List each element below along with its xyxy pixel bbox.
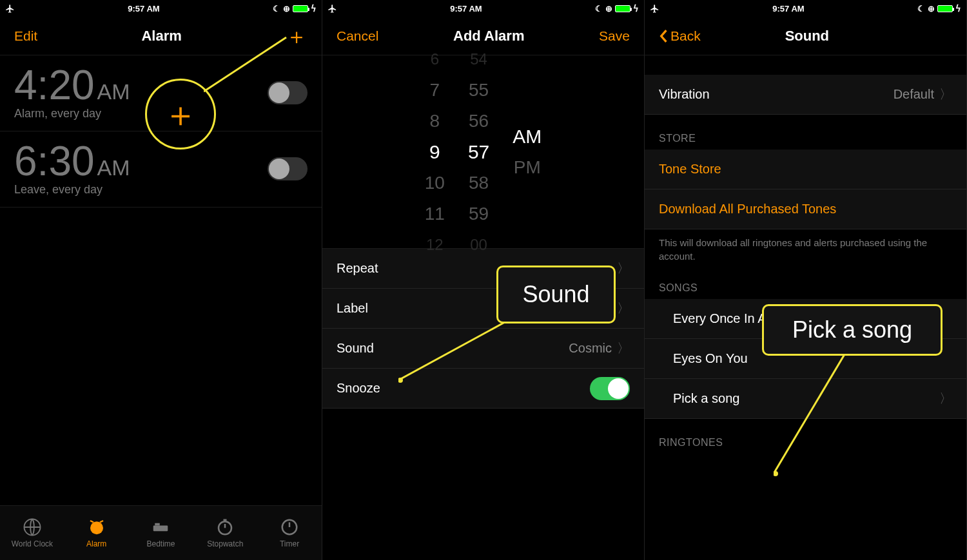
- row-label: Vibration: [659, 87, 710, 102]
- ringtones-header: RINGTONES: [645, 419, 966, 454]
- status-bar: 9:57 AM ☾⊕ϟ: [322, 0, 644, 17]
- tab-stopwatch[interactable]: Stopwatch: [193, 506, 257, 560]
- minute-column[interactable]: 54 55 56 57 58 59 00: [468, 44, 489, 260]
- add-alarm-screen: 9:57 AM ☾⊕ϟ Cancel Add Alarm Save 6 7 8 …: [322, 0, 645, 560]
- chevron-right-icon: 〉: [939, 390, 952, 407]
- song-row[interactable]: Every Once In A While: [645, 299, 966, 339]
- nav-bar: Back Sound: [645, 17, 966, 55]
- sound-row[interactable]: Sound Cosmic〉: [322, 329, 644, 369]
- edit-button[interactable]: Edit: [14, 28, 37, 44]
- lock-icon: ⊕: [283, 4, 290, 14]
- tab-label: Bedtime: [146, 539, 175, 548]
- nav-title: Add Alarm: [453, 28, 524, 44]
- tab-alarm[interactable]: Alarm: [64, 506, 129, 560]
- vibration-row[interactable]: Vibration Default〉: [645, 75, 966, 115]
- store-header: STORE: [645, 115, 966, 150]
- row-value: Alarm: [578, 301, 612, 316]
- nav-bar: Edit Alarm ＋: [0, 17, 322, 55]
- tab-bar: World Clock Alarm Bedtime Stopwatch Time…: [0, 505, 322, 560]
- tab-label: Stopwatch: [207, 539, 243, 548]
- time-picker[interactable]: 6 7 8 9 10 11 12 54 55 56 57 58 59 00 AM…: [322, 55, 644, 249]
- pick-song-row[interactable]: Pick a song 〉: [645, 379, 966, 419]
- chevron-right-icon: 〉: [939, 86, 952, 103]
- row-label: Label: [337, 301, 368, 316]
- charging-icon: ϟ: [955, 4, 961, 14]
- status-time: 9:57 AM: [659, 4, 917, 14]
- status-bar: 9:57 AM ☾ ⊕ ϟ: [0, 0, 322, 17]
- status-bar: 9:57 AM ☾⊕ϟ: [645, 0, 966, 17]
- alarm-time: 6:30 AM: [14, 140, 130, 182]
- alarm-row[interactable]: 6:30 AM Leave, every day: [0, 131, 322, 208]
- status-time: 9:57 AM: [337, 4, 595, 14]
- row-label: Repeat: [337, 261, 378, 276]
- moon-icon: ☾: [595, 4, 603, 14]
- alarm-row[interactable]: 4:20 AM Alarm, every day: [0, 55, 322, 131]
- save-button[interactable]: Save: [599, 28, 630, 44]
- meridiem-column[interactable]: AM PM: [513, 121, 542, 183]
- lock-icon: ⊕: [605, 4, 612, 14]
- tab-world-clock[interactable]: World Clock: [0, 506, 64, 560]
- alarm-toggle[interactable]: [268, 157, 308, 180]
- moon-icon: ☾: [917, 4, 925, 14]
- sound-screen: 9:57 AM ☾⊕ϟ Back Sound Vibration Default…: [645, 0, 967, 560]
- store-note: This will download all ringtones and ale…: [645, 229, 966, 264]
- battery-icon: [615, 5, 630, 12]
- songs-header: SONGS: [645, 264, 966, 299]
- status-time: 9:57 AM: [15, 4, 273, 14]
- airplane-icon: [5, 4, 15, 14]
- chevron-right-icon: 〉: [617, 260, 630, 277]
- svg-rect-3: [155, 523, 161, 526]
- svg-rect-2: [153, 526, 168, 532]
- nav-title: Alarm: [141, 28, 181, 44]
- tone-store-row[interactable]: Tone Store: [645, 150, 966, 189]
- chevron-right-icon: 〉: [617, 300, 630, 317]
- row-value: Default: [894, 87, 934, 102]
- alarm-toggle[interactable]: [268, 81, 308, 104]
- charging-icon: ϟ: [633, 4, 639, 14]
- add-alarm-button[interactable]: ＋: [286, 25, 308, 47]
- moon-icon: ☾: [273, 4, 280, 14]
- airplane-icon: [327, 4, 337, 14]
- row-label: Download All Purchased Tones: [659, 202, 836, 217]
- cancel-button[interactable]: Cancel: [337, 28, 378, 44]
- airplane-icon: [650, 4, 659, 14]
- row-label: Sound: [337, 341, 374, 356]
- alarm-subtitle: Alarm, every day: [14, 107, 130, 121]
- tab-bedtime[interactable]: Bedtime: [129, 506, 193, 560]
- battery-icon: [293, 5, 308, 12]
- tab-timer[interactable]: Timer: [257, 506, 322, 560]
- row-label: Every Once In A While: [659, 311, 801, 326]
- snooze-toggle[interactable]: [590, 377, 630, 400]
- row-label: Pick a song: [659, 391, 739, 406]
- tab-label: Alarm: [86, 539, 106, 548]
- tab-label: Timer: [280, 539, 299, 548]
- alarm-time: 4:20 AM: [14, 64, 130, 106]
- tab-label: World Clock: [12, 539, 53, 548]
- chevron-left-icon: [659, 29, 668, 43]
- song-row[interactable]: Eyes On You: [645, 339, 966, 379]
- hour-column[interactable]: 6 7 8 9 10 11 12: [425, 44, 445, 260]
- nav-title: Sound: [785, 28, 829, 44]
- row-value: Cosmic: [569, 341, 612, 356]
- battery-icon: [937, 5, 953, 12]
- snooze-row[interactable]: Snooze: [322, 369, 644, 409]
- back-button[interactable]: Back: [659, 28, 701, 44]
- download-tones-row[interactable]: Download All Purchased Tones: [645, 189, 966, 229]
- alarm-list-screen: 9:57 AM ☾ ⊕ ϟ Edit Alarm ＋ 4:20 AM Alarm…: [0, 0, 322, 560]
- row-label: Eyes On You: [659, 351, 748, 366]
- svg-point-10: [774, 471, 778, 476]
- row-label: Snooze: [337, 381, 380, 396]
- charging-icon: ϟ: [311, 4, 317, 14]
- row-label: Tone Store: [659, 162, 721, 177]
- lock-icon: ⊕: [928, 4, 935, 14]
- chevron-right-icon: 〉: [617, 340, 630, 357]
- label-row[interactable]: Label Alarm〉: [322, 289, 644, 329]
- alarm-subtitle: Leave, every day: [14, 183, 130, 197]
- svg-point-1: [90, 521, 103, 534]
